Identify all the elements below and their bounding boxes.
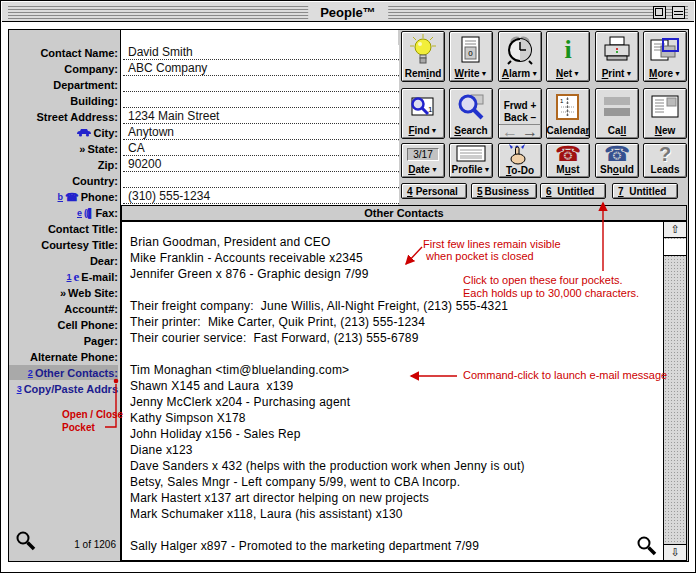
forward-arrow-icon[interactable]: → bbox=[522, 123, 538, 139]
profile-button[interactable]: Profile▼ bbox=[449, 143, 493, 178]
pocket-line: Diane x123 bbox=[130, 443, 193, 459]
label-department: Department: bbox=[9, 77, 118, 92]
label-city[interactable]: City: bbox=[9, 125, 118, 140]
record-count: 1 of 1206 bbox=[36, 539, 116, 550]
scroll-up-arrow-icon[interactable]: ⇧ bbox=[664, 222, 686, 238]
dropdown-arrow-icon: ▼ bbox=[531, 70, 538, 77]
pocket-line: Jennifer Green x 876 - Graphic design 7/… bbox=[130, 267, 369, 283]
app-window: People™ Contact Name: Company: Departmen… bbox=[0, 0, 696, 573]
field-street-address[interactable]: 1234 Main Street bbox=[123, 109, 399, 124]
field-zip[interactable]: 90200 bbox=[123, 157, 399, 172]
label-other-contacts[interactable]: 2Other Contacts: bbox=[9, 365, 118, 380]
label-fax[interactable]: e((▌Fax: bbox=[9, 205, 118, 220]
todo-button[interactable]: To-Do bbox=[498, 143, 542, 178]
label-cell-phone: Cell Phone: bbox=[9, 317, 118, 332]
call-bars-icon bbox=[596, 89, 638, 125]
call-button[interactable]: Call bbox=[595, 88, 639, 139]
tab-untitled-6[interactable]: 6Untitled bbox=[540, 183, 606, 199]
search-magnifier-icon bbox=[450, 89, 492, 125]
label-pager: Pager: bbox=[9, 333, 118, 348]
pocket-line: Mark Hastert x137 art director helping o… bbox=[130, 491, 429, 507]
write-document-icon: 0 bbox=[450, 32, 492, 68]
label-alternate-phone: Alternate Phone: bbox=[9, 349, 118, 364]
back-arrow-icon[interactable]: ← bbox=[502, 123, 518, 139]
label-phone[interactable]: b☎Phone: bbox=[9, 189, 118, 204]
remind-button[interactable]: Remind bbox=[401, 31, 445, 82]
label-courtesy-title: Courtesy Title: bbox=[9, 237, 118, 252]
net-button[interactable]: i Net▼ bbox=[546, 31, 590, 82]
label-state: »State: bbox=[9, 141, 118, 156]
annotation-open-close-pocket: Open / Close Pocket bbox=[62, 408, 123, 434]
print-button[interactable]: Print▼ bbox=[595, 31, 639, 82]
leads-button[interactable]: ? Leads bbox=[643, 143, 687, 178]
annotation-command-click: Command-click to launch e-mail message bbox=[463, 370, 667, 382]
blue-phone-icon: ☎ bbox=[596, 144, 638, 164]
label-zip: Zip: bbox=[9, 157, 118, 172]
dropdown-arrow-icon: ▼ bbox=[431, 127, 438, 134]
annotation-pockets: Click to open these four pockets. Each h… bbox=[463, 274, 639, 299]
alarm-button[interactable]: Alarm▼ bbox=[498, 31, 542, 82]
tab-untitled-7[interactable]: 7Untitled bbox=[612, 183, 678, 199]
label-copy-paste-addrs[interactable]: 3Copy/Paste Addrs bbox=[9, 381, 118, 396]
label-street-address: Street Address: bbox=[9, 109, 118, 124]
title-bar[interactable]: People™ bbox=[2, 2, 694, 22]
pocket-text[interactable]: Brian Goodman, President and CEO Mike Fr… bbox=[122, 222, 662, 560]
write-button[interactable]: 0 Write▼ bbox=[449, 31, 493, 82]
date-button[interactable]: 3/17 Date▼ bbox=[401, 143, 445, 178]
zoom-window-button[interactable] bbox=[653, 6, 666, 19]
label-contact-title: Contact Title: bbox=[9, 221, 118, 236]
pocket-line: Shawn X145 and Laura x139 bbox=[130, 379, 293, 395]
calendar-button[interactable]: 1 Calendar bbox=[546, 88, 590, 139]
pocket-header[interactable]: Other Contacts bbox=[121, 205, 687, 221]
collapse-window-button[interactable] bbox=[672, 6, 685, 19]
label-building: Building: bbox=[9, 93, 118, 108]
field-company[interactable]: ABC Company bbox=[123, 61, 399, 76]
field-department[interactable] bbox=[123, 77, 399, 92]
pocket-line: Kathy Simpson X178 bbox=[130, 411, 246, 427]
field-state[interactable]: CA bbox=[123, 141, 399, 156]
field-building[interactable] bbox=[123, 93, 399, 108]
pocket-line: Their courier service: Fast Forward, (21… bbox=[130, 331, 419, 347]
new-button[interactable]: New bbox=[643, 88, 687, 139]
label-company: Company: bbox=[9, 61, 118, 76]
field-phone[interactable]: (310) 555-1234 bbox=[123, 189, 399, 204]
zoom-text-button[interactable] bbox=[15, 530, 37, 552]
must-button[interactable]: ☎ Must bbox=[546, 143, 590, 178]
label-account: Account#: bbox=[9, 301, 118, 316]
date-value: 3/17 bbox=[407, 148, 439, 161]
internet-i-icon: i bbox=[547, 32, 589, 68]
dropdown-arrow-icon: ▼ bbox=[480, 70, 487, 77]
pocket-line-email[interactable]: Tim Monaghan <tim@bluelanding.com> bbox=[130, 363, 349, 379]
dropdown-arrow-icon: ▼ bbox=[674, 70, 681, 77]
field-country[interactable] bbox=[123, 173, 399, 188]
more-button[interactable]: More▼ bbox=[643, 31, 687, 82]
scroll-down-arrow-icon[interactable]: ⇩ bbox=[664, 544, 686, 560]
email-e-icon: e bbox=[74, 272, 80, 282]
search-button[interactable]: Search bbox=[449, 88, 493, 139]
pocket-line: Their freight company: June Willis, All-… bbox=[130, 299, 508, 315]
scrollbar[interactable]: ⇧ ⇩ bbox=[663, 222, 686, 560]
should-button[interactable]: ☎ Should bbox=[595, 143, 639, 178]
find-magnifier-icon: 1 bbox=[402, 89, 444, 125]
new-record-icon bbox=[644, 89, 686, 125]
alarm-clock-icon bbox=[499, 32, 541, 68]
car-icon bbox=[76, 128, 92, 137]
forward-back-button[interactable]: Frwd + Back – ←→ bbox=[498, 88, 542, 139]
field-contact-name[interactable]: David Smith bbox=[123, 45, 399, 60]
field-label-sidebar: Contact Name: Company: Department: Build… bbox=[9, 30, 120, 561]
field-city[interactable]: Anytown bbox=[123, 125, 399, 140]
chevrons-icon: » bbox=[60, 287, 66, 299]
label-email[interactable]: 1eE-mail: bbox=[9, 269, 118, 284]
scrollbar-thumb[interactable] bbox=[664, 239, 686, 256]
tab-personal[interactable]: 4Personal bbox=[401, 183, 467, 199]
label-contact-name: Contact Name: bbox=[9, 45, 118, 60]
chevrons-icon: » bbox=[79, 143, 85, 155]
find-button[interactable]: 1 Find▼ bbox=[401, 88, 445, 139]
label-dear: Dear: bbox=[9, 253, 118, 268]
tab-business[interactable]: 5Business bbox=[471, 183, 537, 199]
zoom-text-button[interactable] bbox=[636, 535, 658, 557]
pocket-line: Mike Franklin - Accounts receivable x234… bbox=[130, 251, 363, 267]
question-mark-icon: ? bbox=[644, 144, 686, 164]
pocket-line: John Holiday x156 - Sales Rep bbox=[130, 427, 301, 443]
phone-icon: ☎ bbox=[65, 192, 79, 202]
